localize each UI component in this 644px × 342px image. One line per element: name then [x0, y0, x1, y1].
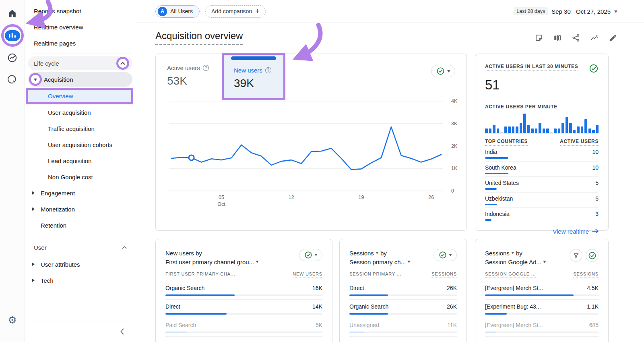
x-axis-tick: 26 — [428, 194, 434, 201]
view-realtime-link[interactable]: View realtime — [485, 228, 599, 235]
country-row: Uzbekistan5 — [485, 193, 599, 208]
caret-right-icon — [32, 279, 36, 282]
main-content: A All Users Add comparison + Last 28 day… — [135, 0, 644, 342]
data-quality-menu[interactable] — [299, 249, 322, 261]
chevron-up-icon[interactable] — [120, 62, 125, 65]
sidebar-item-tech[interactable]: Tech — [25, 272, 135, 288]
minute-bar — [500, 132, 503, 133]
explore-icon[interactable] — [6, 52, 19, 64]
data-quality-menu[interactable] — [433, 249, 457, 261]
dimension-column-header: FIRST USER PRIMARY CHA... — [165, 272, 235, 278]
notes-icon[interactable] — [535, 33, 543, 42]
sidebar-item-overview-selected[interactable]: Overview — [26, 88, 133, 104]
filter-button[interactable] — [570, 249, 582, 262]
sidebar-item-traffic-acquisition[interactable]: Traffic acquisition — [25, 120, 135, 137]
sidebar-item-retention[interactable]: Retention — [25, 217, 135, 233]
minute-bar — [493, 125, 495, 133]
y-axis-labels: 4K3K2K1K0 — [451, 101, 465, 191]
annotation-ring-life-cycle-chevron — [116, 57, 129, 70]
value-bar — [165, 294, 235, 296]
caret-down-icon — [376, 252, 379, 256]
metric-dropdown[interactable]: Sessions by — [485, 249, 546, 258]
minute-bar — [546, 129, 549, 133]
edit-pencil-icon[interactable] — [609, 33, 617, 42]
sidebar-divider — [31, 236, 131, 236]
sidebar-item-non-google-cost[interactable]: Non Google cost — [25, 169, 135, 185]
table-row: [Evergreen] Merch St...4.5K — [485, 281, 599, 300]
sidebar-section-life-cycle[interactable]: Life cycle — [28, 56, 132, 70]
card-sessions-by-channel: Sessions by Session primary ch... — [339, 239, 467, 342]
check-circle-icon[interactable] — [589, 64, 599, 73]
value-bar — [349, 313, 388, 315]
help-icon[interactable]: ? — [265, 67, 271, 73]
sidebar-item-user-acquisition[interactable]: User acquisition — [25, 104, 135, 120]
x-axis-tick: 12 — [289, 194, 294, 201]
realtime-card: ACTIVE USERS IN LAST 30 MINUTES 51 ACTIV… — [475, 54, 609, 231]
sidebar-item-lead-acquisition[interactable]: Lead acquisition — [25, 153, 135, 169]
sidebar-item-monetization[interactable]: Monetization — [25, 201, 135, 217]
collapse-sidebar-icon[interactable] — [120, 328, 124, 335]
minute-bar — [489, 129, 492, 133]
minute-bar — [554, 129, 557, 133]
add-comparison-button[interactable]: Add comparison + — [205, 5, 266, 18]
minute-bar — [566, 117, 568, 133]
sidebar-item-reports-snapshot[interactable]: Reports snapshot — [25, 3, 135, 19]
active-users-value: 53K — [167, 75, 209, 87]
y-axis-tick: 2K — [451, 143, 457, 149]
sidebar-item-realtime-pages[interactable]: Realtime pages — [25, 35, 135, 51]
comparison-topbar: A All Users Add comparison + Last 28 day… — [135, 0, 644, 23]
minute-bar — [523, 114, 526, 133]
compare-panels-icon[interactable] — [553, 33, 562, 42]
sidebar-footer — [25, 318, 135, 342]
country-bar — [485, 173, 508, 174]
home-icon[interactable] — [6, 7, 19, 19]
sidebar-item-realtime-overview[interactable]: Realtime overview — [25, 19, 135, 35]
minute-bar — [543, 129, 545, 133]
dimension-dropdown[interactable]: Session primary ch... — [349, 258, 411, 267]
dimension-dropdown[interactable]: Session Google Ad... — [485, 258, 546, 267]
dimension-dropdown[interactable]: First user primary channel grou... — [165, 258, 259, 267]
metric-name: New users — [165, 250, 194, 258]
insights-icon[interactable] — [590, 33, 599, 42]
caret-down-icon — [256, 261, 259, 265]
sidebar-item-user-acquisition-cohorts[interactable]: User acquisition cohorts — [25, 137, 135, 153]
realtime-title: ACTIVE USERS IN LAST 30 MINUTES — [485, 64, 578, 71]
tab-active-users[interactable]: Active users ? 53K — [167, 64, 209, 87]
sidebar-divider — [31, 321, 131, 321]
minute-bar — [512, 126, 515, 133]
table-row: Direct26K — [349, 281, 457, 300]
minute-bar — [527, 125, 530, 133]
country-row: South Korea10 — [485, 162, 599, 177]
metric-dropdown[interactable]: Sessions by — [349, 249, 411, 258]
users-trend-card: Active users ? 53K New users ? 39K — [155, 54, 467, 231]
country-bar — [485, 188, 497, 190]
all-users-chip[interactable]: A All Users — [155, 5, 200, 18]
advertising-icon[interactable] — [6, 73, 19, 85]
share-icon[interactable] — [572, 33, 580, 42]
table-row: [Evergreen] Merch St...685 — [485, 318, 599, 337]
caret-down-icon[interactable] — [34, 79, 37, 83]
check-circle-icon — [439, 251, 447, 259]
caret-right-icon — [32, 207, 36, 211]
dimension-column-header: SESSION GOOGLE ... — [485, 272, 536, 278]
reports-icon[interactable] — [5, 30, 20, 41]
date-range-picker[interactable]: Last 28 days Sep 30 - Oct 27, 2025 — [514, 7, 617, 15]
minute-bar — [497, 129, 500, 133]
sidebar-section-user[interactable]: User — [25, 238, 135, 256]
data-quality-menu[interactable] — [431, 65, 455, 77]
country-row: United States5 — [485, 177, 599, 193]
sidebar-item-engagement[interactable]: Engagement — [25, 185, 135, 201]
sidebar-item-acquisition[interactable]: Acquisition — [28, 72, 132, 87]
settings-gear-icon[interactable]: ⚙ — [6, 314, 19, 326]
caret-down-icon — [449, 254, 452, 258]
active-users-30min-value: 51 — [485, 77, 599, 93]
value-bar — [485, 294, 574, 296]
help-icon[interactable]: ? — [203, 65, 209, 71]
card-sessions-by-google-ads: Sessions by Session Google Ad... — [475, 239, 609, 342]
sidebar-item-user-attributes[interactable]: User attributes — [25, 256, 135, 272]
tab-new-users[interactable]: New users ? 39K — [234, 67, 271, 90]
y-axis-tick: 1K — [451, 166, 457, 171]
country-row: Indonesia3 — [485, 208, 599, 223]
page-title: Acquisition overview — [155, 30, 243, 45]
data-quality-button[interactable] — [586, 249, 599, 262]
